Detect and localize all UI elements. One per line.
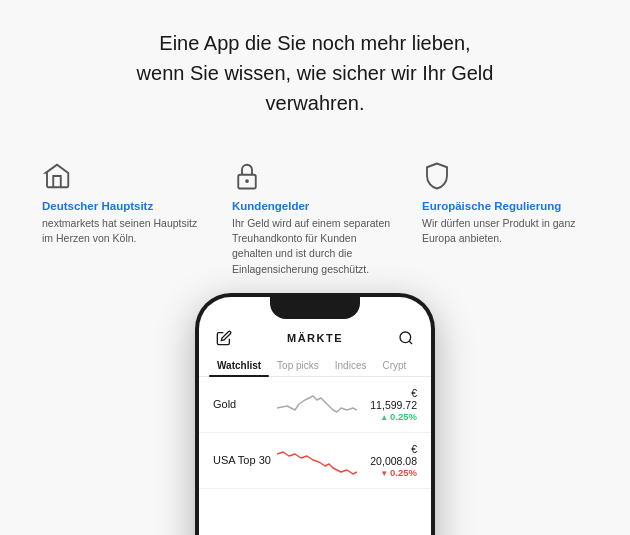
feature-regulierung-title: Europäische Regulierung [422,200,588,212]
hero-section: Eine App die Sie noch mehr lieben, wenn … [0,0,630,142]
stock-chart-gold [277,388,357,420]
shield-icon [422,158,588,194]
stock-price-gold: € 11,599.72 [363,387,417,411]
stock-chart-usa [277,444,357,476]
home-svg [42,161,72,191]
feature-hauptsitz: Deutscher Hauptsitz nextmarkets hat sein… [30,158,220,277]
feature-kundengelder-title: Kundengelder [232,200,398,212]
phone-notch [270,297,360,319]
page-wrapper: Eine App die Sie noch mehr lieben, wenn … [0,0,630,535]
phone-wrapper: MÄRKTE Watchlist Top picks Indices [0,293,630,535]
svg-line-3 [409,341,412,344]
lock-svg [232,161,262,191]
tab-bar: Watchlist Top picks Indices Crypt [199,353,431,377]
stock-name-gold: Gold [213,398,271,410]
arrow-up-gold [380,411,388,422]
feature-kundengelder: Kundengelder Ihr Geld wird auf einem sep… [220,158,410,277]
edit-icon[interactable] [215,329,233,347]
home-icon [42,158,208,194]
app-screen: MÄRKTE Watchlist Top picks Indices [199,297,431,535]
arrow-down-usa [380,467,388,478]
tab-top-picks[interactable]: Top picks [269,353,327,376]
svg-point-1 [245,179,249,183]
app-topbar: MÄRKTE [199,323,431,353]
svg-point-2 [400,332,411,343]
tab-indices[interactable]: Indices [327,353,375,376]
stock-price-usa: € 20,008.08 [363,443,417,467]
feature-kundengelder-desc: Ihr Geld wird auf einem separaten Treuha… [232,216,398,277]
tab-watchlist[interactable]: Watchlist [209,353,269,376]
tab-crypto[interactable]: Crypt [374,353,414,376]
stock-list: Gold € 11,599.72 0.25% [199,377,431,535]
phone-frame: MÄRKTE Watchlist Top picks Indices [195,293,435,535]
stock-price-section-gold: € 11,599.72 0.25% [363,387,417,422]
feature-regulierung-desc: Wir dürfen unser Produkt in ganz Europa … [422,216,588,246]
feature-hauptsitz-title: Deutscher Hauptsitz [42,200,208,212]
lock-icon [232,158,398,194]
stock-price-section-usa: € 20,008.08 0.25% [363,443,417,478]
stock-change-usa: 0.25% [363,467,417,478]
phone-screen: MÄRKTE Watchlist Top picks Indices [199,297,431,535]
app-title: MÄRKTE [233,332,397,344]
shield-svg [422,161,452,191]
feature-hauptsitz-desc: nextmarkets hat seinen Hauptsitz im Herz… [42,216,208,246]
stock-item-gold[interactable]: Gold € 11,599.72 0.25% [199,377,431,433]
stock-change-gold: 0.25% [363,411,417,422]
search-icon[interactable] [397,329,415,347]
feature-regulierung: Europäische Regulierung Wir dürfen unser… [410,158,600,277]
stock-item-usa[interactable]: USA Top 30 € 20,008.08 0.25% [199,433,431,489]
hero-title: Eine App die Sie noch mehr lieben, wenn … [60,28,570,118]
stock-name-usa: USA Top 30 [213,454,271,466]
features-row: Deutscher Hauptsitz nextmarkets hat sein… [0,142,630,277]
